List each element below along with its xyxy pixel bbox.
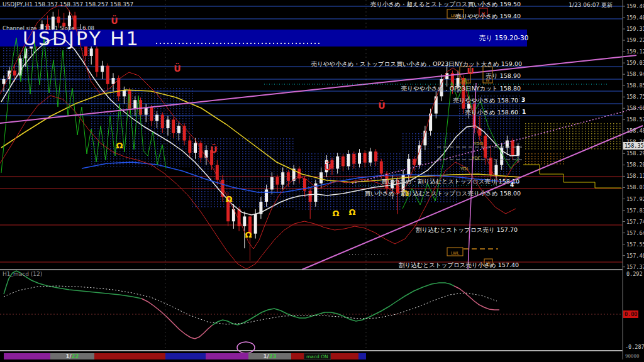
overlay-macd-pink-2	[454, 286, 499, 310]
candle-body	[380, 162, 383, 174]
overlay-macd-pink-1	[142, 299, 213, 339]
candle-body	[319, 172, 323, 184]
banner-sell-note: 売り 159.20-30	[479, 34, 528, 43]
price-axis-label: 158.480	[626, 128, 644, 134]
kumo-cloud-orange	[523, 152, 565, 166]
candle-body	[254, 214, 257, 234]
candle-body	[13, 70, 16, 75]
macd-on-badge[interactable]: macd ON	[304, 353, 331, 360]
candle-body	[309, 190, 312, 202]
candle-body	[281, 172, 284, 185]
annotation-level-159: 売りやや小さめ・ストップロス買い小さめ，OP23日NYカット大きめ 159.00	[311, 60, 522, 69]
price-axis-label: 158.015	[626, 184, 644, 190]
date-label: 1/22	[50, 353, 94, 359]
count-marker-4: 4	[510, 182, 514, 188]
candle-body	[216, 165, 219, 180]
omega-marker-icon: Ω	[225, 194, 232, 204]
yesterday-level-label-YDC: YDC	[471, 156, 481, 161]
price-axis-label: 157.555	[626, 241, 644, 248]
object-box-label-LWL: LWL	[451, 251, 459, 256]
kumo-cloud-navy	[192, 137, 296, 207]
annotation-level-158.1: 買い小さめ・割り込むとストップロス売り 158.10	[381, 178, 519, 186]
price-axis-label: 157.830	[626, 207, 644, 214]
candle-body	[150, 107, 153, 121]
object-box-label-SBH: SBH	[461, 78, 470, 83]
session-segment	[358, 353, 366, 359]
u-arrow-marker-icon: Ü	[324, 162, 331, 172]
candle-body	[511, 141, 514, 155]
price-axis-label: 159.035	[626, 60, 644, 66]
current-price-box: 158.357	[623, 142, 644, 150]
session-segment: 1/22	[50, 353, 94, 359]
u-arrow-marker-icon: Ü	[378, 100, 385, 111]
updated-timestamp: 1/23 06:07 更新	[569, 1, 613, 9]
candle-body	[418, 145, 421, 165]
candle-body	[145, 107, 148, 115]
annotation-level-158.6: 売り小さめ 158.60	[465, 109, 518, 117]
count-marker-3: 3	[521, 97, 525, 103]
price-axis-label: 158.295	[626, 150, 644, 156]
candle-body	[495, 165, 498, 175]
candle-body	[243, 216, 246, 226]
price-axis-label: 158.200	[626, 162, 644, 168]
u-arrow-marker-icon: Ü	[111, 15, 118, 26]
candle-body	[112, 78, 115, 84]
candle-body	[57, 17, 60, 23]
candle-body	[347, 154, 350, 167]
chart-canvas[interactable]: LWHMSBHWLWLWΩΩΩΩΩΩÜÜÜÜÜÜYDOYDCYDL	[0, 0, 644, 362]
count-marker-1: 1	[522, 109, 526, 115]
candle-body	[172, 119, 175, 133]
candle-body	[270, 177, 274, 190]
price-axis[interactable]: 159.495159.405159.310159.220159.125159.0…	[624, 0, 644, 362]
session-segment: 1/23	[248, 353, 291, 359]
price-axis-label: 158.755	[626, 94, 644, 100]
price-axis-label: 159.220	[626, 37, 644, 43]
annotation-level-158: 買い小さめ・割り込むとストップロス売り小さめ 158.00	[364, 190, 521, 198]
candle-body	[90, 48, 93, 56]
candle-body	[204, 150, 208, 158]
price-axis-label: 158.110	[626, 173, 644, 179]
candle-body	[429, 114, 432, 131]
yesterday-level-label-YDO: YDO	[473, 141, 484, 146]
price-axis-label: 158.570	[626, 116, 644, 123]
price-axis-label: 159.495	[626, 3, 644, 9]
kumo-cloud-olive	[523, 122, 621, 151]
u-arrow-marker-icon: Ü	[210, 144, 217, 155]
omega-marker-icon: Ω	[332, 209, 339, 218]
price-axis-label: 157.460	[626, 253, 644, 259]
overlay-macd-green-2	[213, 283, 454, 325]
u-arrow-marker-icon: Ü	[174, 63, 180, 74]
channel-info-label: Channel size = 1171 Slope = 6.08	[3, 25, 94, 31]
macd-panel-label: H1_macd (12)	[3, 271, 42, 277]
omega-marker-icon: Ω	[116, 141, 123, 150]
annotation-level-158.7: 売りやや小さめ 158.70	[453, 97, 518, 105]
candle-body	[364, 153, 367, 163]
candle-body	[287, 172, 290, 181]
session-segment	[165, 353, 206, 359]
session-segment	[206, 353, 248, 359]
candle-body	[341, 156, 345, 167]
price-axis-label: 157.925	[626, 196, 644, 202]
candle-body	[358, 153, 361, 164]
macd-zero-box: 0.00	[623, 310, 638, 318]
annotation-level-159.5: 売り小さめ・超えるとストップロス買い小さめ 159.50	[370, 1, 521, 9]
candle-body	[188, 141, 191, 153]
annotation-level-159.4: 売りやや小さめ 159.40	[455, 13, 521, 21]
candle-body	[167, 119, 170, 128]
annotation-level-158.8: 売りやや小さめ，OP23日NYカット 158.80	[401, 85, 521, 93]
candle-body	[161, 115, 164, 128]
price-axis-label: 159.125	[626, 48, 644, 55]
mt4-chart-window: LWHMSBHWLWLWΩΩΩΩΩΩÜÜÜÜÜÜYDOYDCYDL USDJPY…	[0, 0, 644, 362]
price-axis-label: 159.310	[626, 26, 644, 32]
candle-body	[407, 159, 410, 175]
candle-body	[123, 90, 126, 97]
candle-body	[95, 48, 98, 72]
annotation-level-157.4: 割り込むとストップロス売り小さめ 157.40	[399, 261, 519, 270]
candle-body	[336, 156, 339, 169]
candle-body	[374, 151, 377, 162]
candle-body	[177, 126, 180, 133]
candle-body	[265, 190, 268, 202]
symbol-ohlc-readout: USDJPY,H1 158.357 158.357 158.257 158.35…	[3, 1, 133, 8]
candle-body	[276, 177, 279, 185]
price-axis-label: 159.405	[626, 14, 644, 21]
